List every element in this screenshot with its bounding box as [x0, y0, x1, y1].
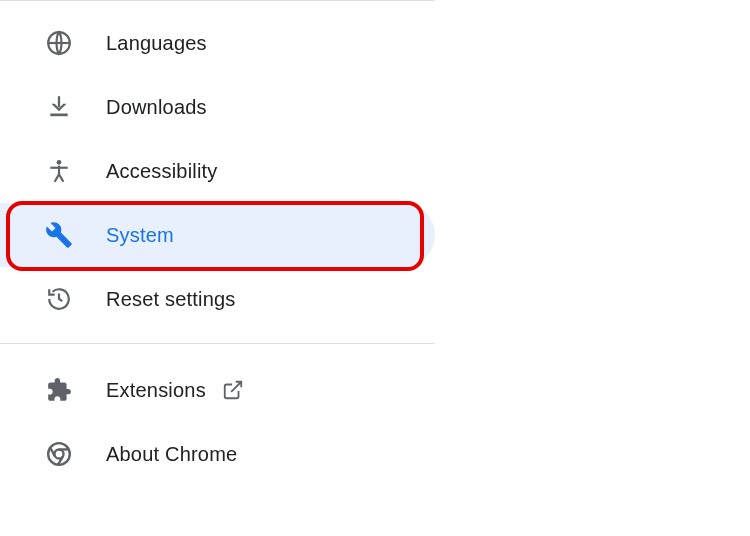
sidebar-item-reset-settings[interactable]: Reset settings: [0, 267, 435, 331]
sidebar-item-about-chrome[interactable]: About Chrome: [0, 422, 435, 486]
accessibility-icon: [44, 156, 74, 186]
svg-rect-3: [58, 96, 60, 107]
download-icon: [44, 92, 74, 122]
sidebar-item-label: Reset settings: [106, 288, 236, 311]
svg-line-7: [55, 174, 59, 182]
sidebar-item-label: Languages: [106, 32, 207, 55]
globe-icon: [44, 28, 74, 58]
sidebar-item-label: System: [106, 224, 174, 247]
divider: [0, 343, 435, 344]
sidebar-item-label: Extensions: [106, 379, 206, 402]
sidebar-item-downloads[interactable]: Downloads: [0, 75, 435, 139]
chrome-icon: [44, 439, 74, 469]
svg-line-8: [59, 174, 63, 182]
sidebar-item-system[interactable]: System: [0, 203, 435, 267]
external-link-icon: [222, 379, 244, 401]
svg-line-9: [231, 382, 241, 392]
sidebar-item-languages[interactable]: Languages: [0, 11, 435, 75]
sidebar-item-label: About Chrome: [106, 443, 237, 466]
sidebar-item-label: Downloads: [106, 96, 207, 119]
sidebar-item-extensions[interactable]: Extensions: [0, 358, 435, 422]
wrench-icon: [44, 220, 74, 250]
sidebar-item-label: Accessibility: [106, 160, 218, 183]
reset-icon: [44, 284, 74, 314]
svg-rect-2: [50, 114, 67, 117]
svg-point-4: [57, 160, 62, 165]
extension-icon: [44, 375, 74, 405]
settings-sidebar: Languages Downloads Accessibili: [0, 0, 435, 486]
sidebar-item-accessibility[interactable]: Accessibility: [0, 139, 435, 203]
svg-rect-6: [50, 167, 67, 169]
